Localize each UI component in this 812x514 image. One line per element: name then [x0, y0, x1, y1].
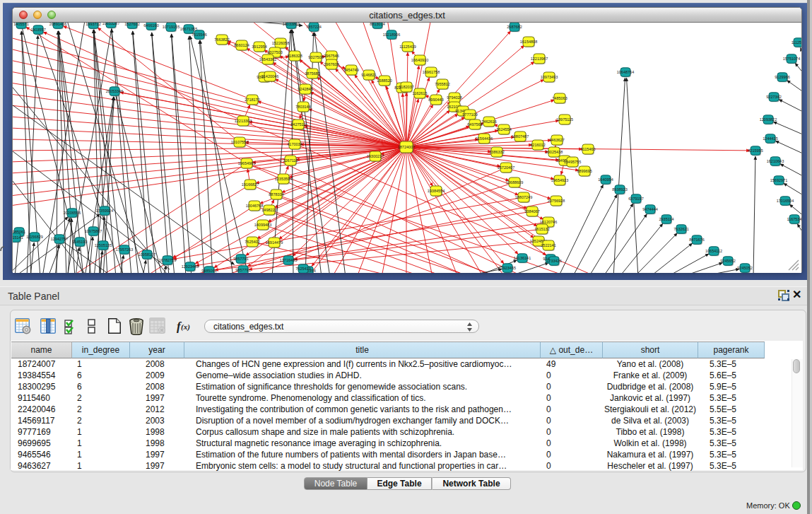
svg-text:16210643: 16210643: [767, 159, 784, 163]
svg-text:20206556: 20206556: [64, 211, 81, 215]
svg-text:2687682: 2687682: [507, 25, 522, 29]
svg-text:10975867: 10975867: [85, 229, 102, 233]
svg-text:17016504: 17016504: [777, 199, 794, 203]
svg-text:3915141: 3915141: [13, 235, 23, 240]
svg-text:16961758: 16961758: [423, 70, 440, 74]
svg-text:7663822: 7663822: [214, 37, 229, 42]
svg-text:11156829: 11156829: [26, 235, 43, 239]
svg-text:10648764: 10648764: [617, 70, 634, 74]
svg-text:9857791: 9857791: [235, 268, 250, 272]
svg-text:1498222: 1498222: [261, 208, 276, 212]
svg-text:19300217: 19300217: [367, 154, 384, 158]
svg-text:1527602: 1527602: [124, 23, 139, 26]
svg-text:(x): (x): [181, 322, 190, 332]
svg-text:2935114: 2935114: [659, 217, 673, 221]
svg-text:16914479: 16914479: [266, 240, 283, 245]
svg-text:8660124: 8660124: [234, 43, 249, 47]
svg-text:9242845: 9242845: [298, 87, 312, 91]
svg-text:21564436: 21564436: [476, 136, 493, 141]
svg-text:13716485: 13716485: [280, 258, 297, 262]
svg-text:9485061: 9485061: [201, 269, 216, 273]
svg-text:7625413: 7625413: [295, 267, 310, 271]
svg-text:1615132: 1615132: [534, 227, 549, 231]
svg-text:9794028: 9794028: [447, 95, 461, 100]
svg-text:9384067: 9384067: [524, 209, 539, 214]
svg-text:9857791: 9857791: [233, 257, 248, 261]
svg-text:9245652: 9245652: [720, 259, 735, 263]
svg-text:9463627: 9463627: [549, 138, 564, 142]
svg-text:2718170: 2718170: [245, 98, 259, 102]
svg-text:3875685: 3875685: [305, 71, 319, 76]
svg-text:1903557: 1903557: [30, 28, 45, 32]
svg-text:6497568: 6497568: [467, 122, 482, 127]
svg-text:1733426: 1733426: [546, 259, 561, 263]
svg-text:10046768: 10046768: [246, 204, 263, 208]
svg-text:1167534: 1167534: [787, 217, 801, 221]
svg-text:9146821: 9146821: [361, 73, 376, 77]
svg-text:8427512: 8427512: [290, 122, 305, 127]
svg-text:10973493: 10973493: [541, 75, 558, 79]
svg-text:7462616: 7462616: [481, 119, 496, 124]
svg-text:1405571: 1405571: [13, 23, 28, 26]
svg-text:19654923: 19654923: [551, 178, 568, 182]
svg-text:12353594: 12353594: [275, 177, 292, 181]
svg-text:6466160: 6466160: [143, 23, 158, 28]
svg-text:21420046: 21420046: [261, 74, 278, 78]
svg-text:15692971: 15692971: [770, 178, 787, 182]
svg-text:7632621: 7632621: [673, 227, 688, 231]
svg-text:2967546: 2967546: [324, 54, 339, 58]
svg-text:10107553: 10107553: [231, 140, 248, 144]
svg-text:10958107: 10958107: [139, 252, 155, 257]
svg-text:19218906: 19218906: [383, 33, 400, 37]
svg-text:2522141: 2522141: [541, 243, 555, 247]
svg-text:12213303: 12213303: [235, 119, 252, 123]
svg-text:10688609: 10688609: [506, 180, 523, 185]
svg-text:4170034: 4170034: [287, 142, 302, 146]
svg-text:20756928: 20756928: [548, 199, 565, 203]
svg-text:9182037: 9182037: [399, 85, 413, 89]
svg-text:15720407: 15720407: [498, 165, 514, 170]
svg-text:1145193: 1145193: [72, 240, 87, 244]
svg-text:8990443: 8990443: [428, 98, 443, 102]
svg-text:9327508: 9327508: [308, 55, 323, 59]
svg-text:14136141: 14136141: [514, 256, 531, 260]
svg-text:10654112: 10654112: [705, 249, 722, 253]
svg-text:1112543: 1112543: [792, 40, 801, 45]
svg-text:20053346: 20053346: [106, 89, 123, 93]
svg-text:8215955: 8215955: [748, 148, 763, 153]
svg-text:10719155: 10719155: [163, 25, 180, 29]
svg-text:9327503: 9327503: [267, 50, 282, 54]
svg-text:17359924: 17359924: [96, 209, 113, 213]
svg-text:8938923: 8938923: [612, 187, 627, 192]
svg-text:6899695: 6899695: [577, 169, 592, 173]
svg-text:8878334: 8878334: [269, 192, 283, 197]
svg-text:16671355: 16671355: [180, 27, 197, 31]
svg-text:16120746: 16120746: [540, 220, 557, 224]
svg-text:1244415: 1244415: [763, 136, 777, 141]
svg-text:19384554: 19384554: [428, 189, 445, 193]
svg-text:12213967: 12213967: [531, 57, 548, 61]
svg-text:2967608: 2967608: [324, 62, 339, 66]
svg-text:19166827: 19166827: [242, 182, 259, 187]
svg-text:16033809: 16033809: [283, 23, 300, 26]
svg-text:8813014: 8813014: [370, 23, 384, 26]
svg-text:8186328: 8186328: [287, 54, 302, 58]
svg-text:12093822: 12093822: [760, 117, 777, 122]
svg-text:6379197: 6379197: [628, 197, 643, 201]
svg-text:1588520: 1588520: [377, 78, 392, 83]
svg-text:16640910: 16640910: [411, 58, 428, 62]
svg-text:12505135: 12505135: [95, 243, 112, 247]
svg-text:11125419: 11125419: [399, 45, 416, 49]
svg-text:10025438: 10025438: [546, 150, 563, 154]
svg-text:16543362: 16543362: [259, 57, 276, 62]
svg-text:9227342: 9227342: [766, 95, 781, 99]
svg-text:3624554: 3624554: [496, 127, 511, 132]
svg-text:1993712: 1993712: [86, 23, 100, 26]
svg-text:14099483: 14099483: [254, 223, 271, 227]
svg-text:7803144: 7803144: [295, 105, 310, 109]
svg-text:19654963: 19654963: [238, 161, 255, 165]
svg-text:10807487: 10807487: [512, 134, 529, 139]
svg-text:17957263: 17957263: [116, 247, 133, 252]
svg-text:2386332: 2386332: [489, 150, 504, 154]
svg-text:9474444: 9474444: [642, 207, 657, 211]
